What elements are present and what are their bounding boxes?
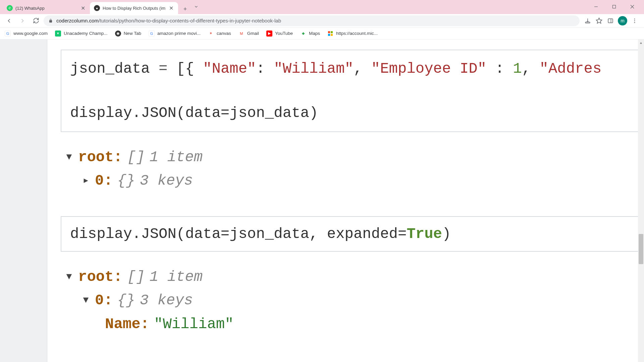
vertical-scrollbar[interactable]: ▲ [638,40,644,362]
chevron-down-icon[interactable]: ▼ [65,150,73,165]
maximize-button[interactable] [606,1,622,12]
svg-rect-13 [328,34,330,36]
whatsapp-favicon: ✆ [7,5,13,11]
chevron-down-icon[interactable]: ▼ [82,293,90,308]
microsoft-icon [327,31,333,37]
svg-point-8 [634,18,635,19]
bookmark-amazon[interactable]: Gamazon prime movi... [149,31,201,37]
google-icon: G [149,31,155,37]
svg-rect-4 [585,22,590,23]
bookmark-label: Unacademy Champ... [64,31,108,36]
json-key: root: [78,145,122,169]
json-key: Name: [105,312,149,336]
bookmarks-bar: Gwww.google.com ▾Unacademy Champ... ◉New… [0,27,644,40]
canvas-icon: ✶ [208,31,214,37]
svg-rect-1 [613,5,616,8]
forward-button[interactable] [17,15,28,26]
json-output-1: ▼ root: [] 1 item ▶ 0: {} 3 keys [65,145,644,193]
json-child-node[interactable]: ▶ 0: {} 3 keys [65,169,644,192]
json-leaf-node: Name: "William" [65,312,644,336]
site-favicon: ● [94,5,100,11]
url-text: coderzcolumn.com/tutorials/python/how-to… [56,18,281,23]
json-key: 0: [95,289,113,312]
bookmark-canvas[interactable]: ✶canvas [208,31,231,37]
bookmark-label: YouTube [275,31,293,36]
tab-title: (12) WhatsApp [15,6,77,11]
share-icon[interactable] [584,17,592,25]
window-controls [588,1,641,14]
svg-rect-11 [328,31,330,33]
bookmark-gmail[interactable]: MGmail [238,31,259,37]
tab-current-page[interactable]: ● How to Display Rich Outputs (im ✕ [90,2,178,14]
json-meta: 1 item [150,145,203,169]
unacademy-icon: ▾ [55,31,61,37]
json-meta: 3 keys [140,289,193,312]
bookmark-label: https://account.mic... [336,31,378,36]
tabs-dropdown-icon[interactable] [190,1,202,12]
reload-button[interactable] [30,15,42,26]
close-window-button[interactable] [625,1,640,12]
bookmark-label: Maps [309,31,320,36]
bookmark-star-icon[interactable] [595,17,603,25]
gmail-icon: M [238,31,245,37]
bookmark-google[interactable]: Gwww.google.com [5,31,48,37]
scroll-thumb[interactable] [639,234,643,264]
close-icon[interactable]: ✕ [80,5,86,11]
bookmark-label: canvas [217,31,231,36]
menu-icon[interactable] [631,17,639,25]
json-key: 0: [95,169,113,192]
bookmark-label: www.google.com [13,31,48,36]
json-key: root: [78,265,122,289]
bookmark-unacademy[interactable]: ▾Unacademy Champ... [55,31,108,37]
chevron-right-icon[interactable]: ▶ [82,175,90,187]
json-type: [] [127,145,145,169]
bookmark-msaccount[interactable]: https://account.mic... [327,31,378,37]
profile-avatar[interactable]: m [618,16,627,25]
code-cell-2: display.JSON(data=json_data, expanded=Tr… [61,216,644,252]
minimize-button[interactable] [588,1,604,12]
back-button[interactable] [3,15,15,26]
json-output-2: ▼ root: [] 1 item ▼ 0: {} 3 keys Name: "… [65,265,644,336]
address-bar[interactable]: coderzcolumn.com/tutorials/python/how-to… [44,15,580,26]
bookmark-label: New Tab [124,31,141,36]
bookmark-newtab[interactable]: ◉New Tab [115,31,141,37]
svg-rect-6 [608,19,613,23]
lock-icon [48,18,53,23]
json-meta: 1 item [150,265,203,289]
svg-point-9 [634,20,635,21]
json-type: {} [117,169,135,192]
content-area: json_data = [{ "Name": "William", "Emplo… [0,40,644,362]
svg-rect-12 [331,31,333,33]
maps-icon: ◆ [300,31,306,37]
json-root-node[interactable]: ▼ root: [] 1 item [65,265,644,289]
svg-rect-14 [331,34,333,36]
page-body: json_data = [{ "Name": "William", "Emplo… [47,40,644,362]
browser-tab-strip: ✆ (12) WhatsApp ✕ ● How to Display Rich … [0,0,644,14]
bookmark-label: amazon prime movi... [157,31,201,36]
address-actions: m [582,16,641,25]
json-type: [] [127,265,145,289]
globe-icon: ◉ [115,31,121,37]
tab-whatsapp[interactable]: ✆ (12) WhatsApp ✕ [3,2,90,14]
code-cell-1: json_data = [{ "Name": "William", "Emplo… [61,50,644,132]
bookmark-youtube[interactable]: ▶YouTube [266,31,293,37]
address-bar-row: coderzcolumn.com/tutorials/python/how-to… [0,14,644,27]
json-value: "William" [154,312,234,336]
svg-marker-5 [596,18,602,23]
side-panel-icon[interactable] [606,17,614,25]
json-type: {} [117,289,135,312]
json-child-node[interactable]: ▼ 0: {} 3 keys [65,289,644,312]
google-icon: G [5,31,11,37]
bookmark-maps[interactable]: ◆Maps [300,31,320,37]
bookmark-label: Gmail [247,31,259,36]
tab-title: How to Display Rich Outputs (im [103,6,165,11]
youtube-icon: ▶ [266,31,272,37]
new-tab-button[interactable]: + [180,4,190,14]
chevron-down-icon[interactable]: ▼ [65,269,73,285]
scroll-up-icon[interactable]: ▲ [638,40,644,46]
svg-point-10 [634,22,635,23]
json-meta: 3 keys [140,169,193,192]
close-icon[interactable]: ✕ [168,5,174,11]
json-root-node[interactable]: ▼ root: [] 1 item [65,145,644,169]
